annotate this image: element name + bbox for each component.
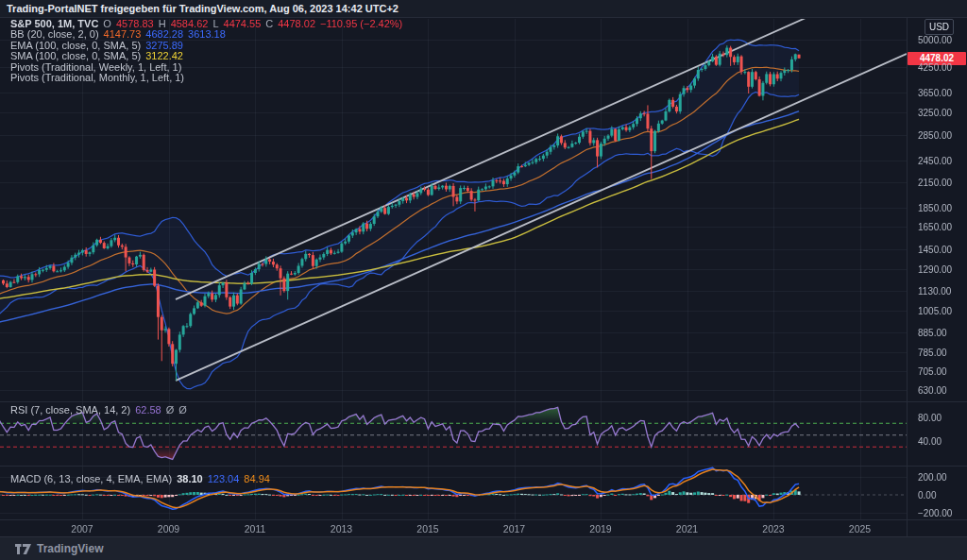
- legend-part: MACD (6, 13, close, 4, EMA, EMA): [10, 473, 172, 484]
- indicator-legend: S&P 500, 1M, TVCO4578.83H4584.62L4474.55…: [10, 19, 407, 83]
- rsi-axis-label: 80.00: [918, 413, 942, 423]
- header-title: Trading-PortalNET freigegeben für Tradin…: [7, 3, 399, 14]
- legend-part: 84.94: [244, 473, 270, 484]
- year-axis-label: 2009: [153, 523, 185, 535]
- rsi-axis-label: 40.00: [918, 436, 942, 447]
- legend-part: Ø: [178, 404, 187, 416]
- legend-row[interactable]: SMA (100, close, 0, SMA, 5)3122.42: [10, 51, 407, 61]
- tradingview-wordmark[interactable]: TradingView: [37, 542, 103, 555]
- macd-axis-label: −200.00: [918, 508, 952, 518]
- year-axis-label: 2019: [585, 523, 617, 535]
- legend-part: EMA (100, close, 0, SMA, 5): [10, 40, 141, 51]
- legend-part: 4478.02: [278, 18, 315, 29]
- macd-axis-label: 200.00: [918, 472, 947, 483]
- price-axis-label: 705.00: [918, 366, 947, 377]
- year-axis-label: 2021: [671, 523, 704, 535]
- price-axis-label: 1850.00: [918, 203, 952, 213]
- price-axis-label: 1450.00: [918, 245, 952, 255]
- price-axis-label: 2150.00: [918, 178, 952, 188]
- legend-part: 4578.83: [116, 18, 154, 29]
- price-axis-label: 630.00: [918, 385, 947, 396]
- macd-axis-label: 0.00: [918, 490, 936, 501]
- legend-part: −110.95 (−2.42%): [320, 18, 402, 29]
- legend-row[interactable]: Pivots (Traditional, Monthly, 1, Left, 1…: [10, 73, 407, 83]
- legend-part: Pivots (Traditional, Weekly, 1, Left, 1): [10, 61, 181, 73]
- legend-part: RSI (7, close, SMA, 14, 2): [10, 404, 130, 416]
- footer-bar: TradingView: [0, 536, 967, 560]
- price-axis-label: 885.00: [918, 328, 947, 338]
- legend-part: 38.10: [177, 473, 203, 484]
- legend-part: 4682.28: [145, 28, 183, 40]
- price-axis-label: 1650.00: [918, 222, 952, 232]
- legend-part: C: [265, 18, 273, 29]
- price-axis-label: 5000.00: [918, 35, 952, 45]
- price-axis-label: 3250.00: [918, 108, 952, 118]
- year-axis-label: 2015: [412, 523, 444, 535]
- legend-part: 4474.55: [224, 18, 262, 29]
- year-axis-label: 2007: [66, 523, 98, 535]
- price-axis-label: 1130.00: [918, 286, 951, 297]
- legend-part: Ø: [166, 404, 175, 416]
- year-axis-label: 2017: [499, 523, 531, 535]
- legend-row[interactable]: RSI (7, close, SMA, 14, 2)62.58ØØ: [10, 405, 192, 416]
- price-axis-label: 1005.00: [918, 306, 952, 316]
- year-axis-label: 2025: [844, 523, 876, 535]
- legend-part: S&P 500, 1M, TVC: [10, 18, 98, 29]
- price-axis-label: 2850.00: [918, 130, 952, 141]
- year-axis-label: 2011: [239, 523, 271, 535]
- rsi-legend: RSI (7, close, SMA, 14, 2)62.58ØØ: [10, 405, 192, 416]
- legend-part: BB (20, close, 2, 0): [10, 28, 99, 40]
- year-axis-label: 2013: [326, 523, 358, 535]
- legend-part: 4147.73: [104, 28, 142, 40]
- legend-part: L: [212, 18, 218, 29]
- price-axis-label: 785.00: [918, 348, 947, 358]
- legend-part: SMA (100, close, 0, SMA, 5): [10, 50, 141, 61]
- legend-part: 3122.42: [145, 50, 183, 61]
- macd-legend: MACD (6, 13, close, 4, EMA, EMA)38.10123…: [10, 474, 275, 484]
- price-axis-label: 2450.00: [918, 156, 952, 166]
- legend-part: O: [103, 18, 111, 29]
- legend-part: 4584.62: [171, 18, 209, 29]
- legend-part: 3275.89: [145, 40, 183, 51]
- header-bar: Trading-PortalNET freigegeben für Tradin…: [0, 0, 967, 18]
- tradingview-chart-window: Trading-PortalNET freigegeben für Tradin…: [0, 0, 967, 560]
- tradingview-logo-icon[interactable]: [15, 543, 31, 555]
- price-axis-label: 3650.00: [918, 88, 952, 98]
- price-axis-label: 4250.00: [918, 62, 952, 73]
- legend-part: 3613.18: [188, 28, 226, 40]
- legend-part: 62.58: [135, 404, 161, 416]
- legend-part: 123.04: [208, 473, 240, 484]
- legend-part: H: [159, 18, 166, 29]
- price-axis-label: 1290.00: [918, 264, 952, 275]
- legend-row[interactable]: MACD (6, 13, close, 4, EMA, EMA)38.10123…: [10, 474, 275, 484]
- year-axis-label: 2023: [757, 523, 789, 535]
- legend-part: Pivots (Traditional, Monthly, 1, Left, 1…: [10, 72, 184, 83]
